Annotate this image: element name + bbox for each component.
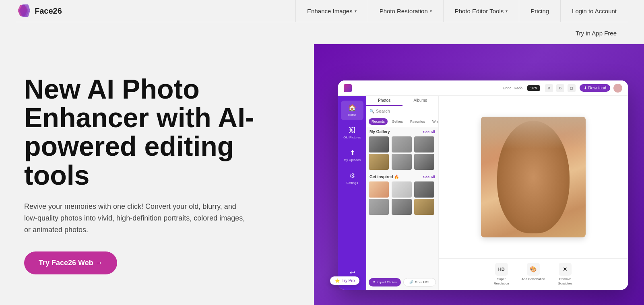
header-top: Face26 Enhance Images ▾ Photo Restoratio…	[16, 0, 628, 22]
portrait-hair	[481, 117, 586, 149]
inspired-thumb-5[interactable]	[392, 199, 412, 215]
photo-filter-tabs: Recents Selfies Favorites Wh...	[366, 116, 438, 127]
chevron-down-icon: ▾	[430, 9, 432, 13]
nav-login[interactable]: Login to Account	[561, 0, 628, 22]
mockup-topbar: Undo Redo 16:9 ⊕ ⊘ ◻ ⬇ Download	[338, 80, 628, 96]
edit-tool-icons: ⊕ ⊘ ◻	[545, 84, 576, 92]
inspired-see-all[interactable]: See All	[423, 175, 435, 179]
colorization-icon: 🎨	[527, 263, 540, 276]
sidebar-item-my-uploads[interactable]: ⬆ My Uploads	[341, 146, 363, 165]
nav-photo-restoration[interactable]: Photo Restoration ▾	[368, 0, 444, 22]
mockup-body: 🏠 Home 🖼 Old Pictures ⬆ My Uploads ⚙ Set…	[338, 96, 628, 290]
photo-search[interactable]: 🔍 Search	[366, 106, 438, 116]
cta-button[interactable]: Try Face26 Web →	[24, 251, 117, 274]
chevron-down-icon: ▾	[355, 9, 357, 13]
chevron-down-icon: ▾	[506, 9, 508, 13]
import-photos-button[interactable]: ⬆ Import Photos	[369, 278, 401, 286]
remove-scratches-icon: ✕	[559, 263, 572, 276]
download-button[interactable]: ⬇ Download	[580, 84, 610, 92]
gallery-thumb-6[interactable]	[414, 154, 434, 170]
gallery-see-all[interactable]: See All	[423, 130, 435, 134]
action-super-resolution[interactable]: HD Super Resolution	[489, 263, 514, 286]
filter-recents[interactable]: Recents	[369, 118, 388, 125]
hero-right: Undo Redo 16:9 ⊕ ⊘ ◻ ⬇ Download	[314, 44, 644, 305]
super-resolution-icon: HD	[495, 263, 508, 276]
search-placeholder: Search	[376, 109, 390, 113]
photo-panel: Photos Albums 🔍 Search Recents Selfies F…	[366, 96, 439, 290]
inspired-thumb-2[interactable]	[392, 181, 412, 198]
mockup-undo[interactable]: Undo	[503, 86, 512, 90]
sidebar-item-old-pictures[interactable]: 🖼 Old Pictures	[341, 124, 363, 143]
from-url-button[interactable]: 🔗 From URL	[403, 278, 436, 286]
mockup-logo-small	[344, 84, 352, 92]
photos-tab[interactable]: Photos	[366, 96, 402, 106]
main-nav: Enhance Images ▾ Photo Restoration ▾ Pho…	[295, 0, 628, 22]
main-content: New AI Photo Enhancer with AI-powered ed…	[0, 0, 644, 305]
tool-icon-3[interactable]: ◻	[568, 84, 576, 92]
header-bottom: Try in App Free	[16, 22, 628, 44]
settings-icon: ⚙	[349, 172, 355, 179]
filter-favorites[interactable]: Favorites	[407, 118, 428, 125]
tool-icon-2[interactable]: ⊘	[556, 84, 564, 92]
header: Face26 Enhance Images ▾ Photo Restoratio…	[0, 0, 644, 44]
gallery-thumb-1[interactable]	[369, 136, 389, 152]
gallery-thumb-5[interactable]	[392, 154, 412, 170]
mockup-sidebar: 🏠 Home 🖼 Old Pictures ⬆ My Uploads ⚙ Set…	[338, 96, 366, 290]
photo-import-area: ⬆ Import Photos 🔗 From URL	[366, 275, 438, 290]
edit-canvas	[439, 96, 628, 258]
logout-icon: ↩	[350, 269, 355, 276]
search-icon: 🔍	[369, 109, 374, 113]
url-icon: 🔗	[409, 280, 413, 284]
inspired-section-label: Get inspired 🔥 See All	[366, 172, 438, 181]
import-icon: ⬆	[373, 280, 376, 284]
star-icon: ⭐	[335, 278, 340, 283]
photo-panel-tabs: Photos Albums	[366, 96, 438, 106]
inspired-thumb-3[interactable]	[414, 181, 434, 198]
edit-photo	[481, 117, 586, 237]
filter-wh[interactable]: Wh...	[429, 118, 439, 125]
sidebar-item-settings[interactable]: ⚙ Settings	[341, 169, 363, 188]
albums-tab[interactable]: Albums	[402, 96, 439, 106]
tool-icon-1[interactable]: ⊕	[545, 84, 553, 92]
ratio-badge: 16:9	[527, 85, 540, 91]
uploads-icon: ⬆	[350, 149, 355, 157]
inspired-thumb-4[interactable]	[369, 199, 389, 215]
action-colorization[interactable]: 🎨 Add Colorization	[522, 263, 545, 286]
app-mockup: Undo Redo 16:9 ⊕ ⊘ ◻ ⬇ Download	[338, 80, 628, 290]
gallery-thumb-2[interactable]	[392, 136, 412, 152]
hero-title: New AI Photo Enhancer with AI-powered ed…	[24, 75, 290, 190]
gallery-thumb-3[interactable]	[414, 136, 434, 152]
gallery-grid	[366, 136, 438, 170]
hero-left: New AI Photo Enhancer with AI-powered ed…	[0, 44, 314, 305]
inspired-grid	[366, 181, 438, 215]
nav-enhance-images[interactable]: Enhance Images ▾	[295, 0, 368, 22]
gallery-section-label: My Gallery See All	[366, 127, 438, 136]
nav-photo-editor-tools[interactable]: Photo Editor Tools ▾	[444, 0, 519, 22]
nav-pricing[interactable]: Pricing	[519, 0, 561, 22]
logo-area[interactable]: Face26	[16, 3, 62, 19]
old-pictures-icon: 🖼	[349, 127, 355, 134]
edit-panel: HD Super Resolution 🎨 Add Colorization ✕…	[439, 96, 628, 290]
hero-subtitle: Revive your memories with one click! Con…	[24, 201, 250, 235]
mockup-redo[interactable]: Redo	[514, 86, 522, 90]
home-icon: 🏠	[348, 104, 356, 111]
inspired-thumb-6[interactable]	[414, 199, 434, 215]
logo-text: Face26	[35, 6, 62, 16]
try-pro-badge[interactable]: ⭐ Try Pro	[330, 276, 359, 285]
user-avatar[interactable]	[613, 84, 622, 93]
action-remove-scratches[interactable]: ✕ Remove Scratches	[553, 263, 577, 286]
try-app-button[interactable]: Try in App Free	[564, 30, 628, 37]
filter-selfies[interactable]: Selfies	[389, 118, 406, 125]
sidebar-item-home[interactable]: 🏠 Home	[341, 101, 363, 120]
inspired-thumb-1[interactable]	[369, 181, 389, 198]
gallery-thumb-4[interactable]	[369, 154, 389, 170]
edit-actions: HD Super Resolution 🎨 Add Colorization ✕…	[439, 258, 628, 290]
face26-logo-icon	[16, 3, 31, 19]
